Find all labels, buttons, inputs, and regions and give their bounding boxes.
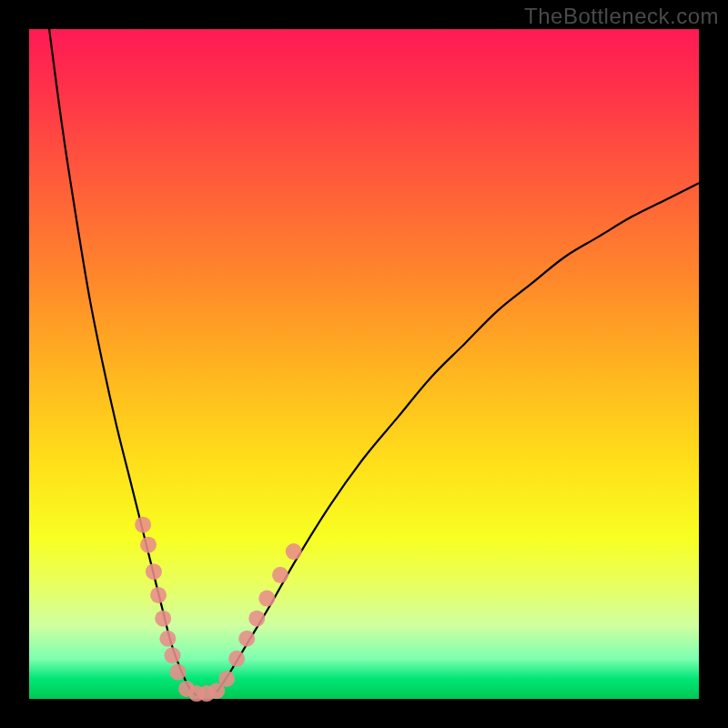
data-marker bbox=[159, 631, 176, 647]
data-marker bbox=[272, 567, 288, 583]
data-marker bbox=[218, 671, 235, 687]
curve-left bbox=[49, 29, 197, 695]
curve-right bbox=[217, 183, 699, 692]
data-marker bbox=[165, 647, 181, 663]
data-marker bbox=[238, 631, 255, 647]
watermark-text: TheBottleneck.com bbox=[524, 4, 719, 29]
data-marker bbox=[140, 537, 157, 553]
chart-area bbox=[29, 29, 699, 699]
data-marker bbox=[258, 591, 275, 607]
data-marker bbox=[150, 587, 167, 603]
data-marker bbox=[286, 543, 302, 560]
data-marker bbox=[169, 664, 186, 681]
data-marker bbox=[146, 563, 162, 580]
data-marker bbox=[135, 517, 151, 533]
marker-group bbox=[135, 517, 302, 702]
bottleneck-curve-plot bbox=[29, 29, 699, 699]
data-marker bbox=[155, 611, 171, 627]
data-marker bbox=[228, 651, 245, 667]
data-marker bbox=[248, 611, 265, 627]
